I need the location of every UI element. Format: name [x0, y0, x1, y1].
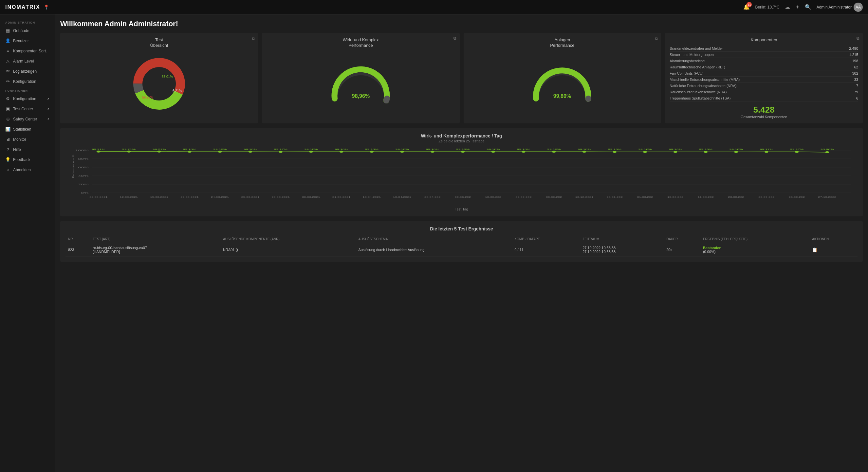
donut-green-label: 37,01%: [162, 75, 173, 78]
test-uebersicht-card: TestÜbersicht ⧉ 37,01% 6,21% 56,: [60, 33, 258, 123]
sidebar-item-alarm[interactable]: △ Alarm Level: [0, 56, 55, 66]
svg-text:26.03.2021: 26.03.2021: [272, 196, 290, 198]
svg-text:80%: 80%: [78, 157, 88, 160]
comp-val-2: 198: [852, 59, 858, 63]
donut-chart-container: 37,01% 6,21% 56,78%: [65, 51, 253, 117]
svg-text:99,18%: 99,18%: [456, 148, 470, 150]
comp-row-2: Alarmierungsbereiche 198: [670, 58, 858, 64]
logo: INOMATRIX: [5, 4, 40, 10]
notification-badge: 11: [746, 2, 752, 7]
comp-name-0: Brandmeldezentralen und Melder: [670, 46, 723, 51]
sidebar-label-abmelden: Abmelden: [13, 167, 31, 172]
svg-point-19: [218, 151, 222, 153]
col-dauer: DAUER: [664, 235, 700, 243]
svg-point-27: [461, 151, 465, 153]
comp-name-2: Alarmierungsbereiche: [670, 59, 705, 63]
action-icon[interactable]: 📋: [812, 247, 817, 252]
funktionen-section-label: FUNKTIONEN: [0, 86, 55, 94]
svg-point-22: [309, 151, 313, 153]
svg-point-30: [552, 151, 556, 153]
svg-text:26.01.202: 26.01.202: [607, 196, 623, 198]
svg-text:99,18%: 99,18%: [487, 148, 500, 150]
user-name: Admin Administrator: [816, 5, 851, 9]
notifications-button[interactable]: 🔔 11: [743, 4, 750, 10]
external-link-icon3[interactable]: ⧉: [655, 36, 658, 40]
main-content: Willkommen Admin Administrator! TestÜber…: [55, 14, 868, 472]
comp-row-0: Brandmeldezentralen und Melder 2.490: [670, 45, 858, 52]
cell-nr: 823: [65, 243, 90, 256]
testcenter-icon: ▣: [5, 106, 10, 111]
sidebar-item-feedback[interactable]: 💡 Feedback: [0, 155, 55, 165]
comp-row-5: Maschinelle Entrauchungsabschnitte (MRA)…: [670, 76, 858, 83]
svg-text:24.03.2021: 24.03.2021: [211, 196, 229, 198]
safety-icon: ⊕: [5, 117, 10, 121]
svg-text:02.03.2021: 02.03.2021: [89, 196, 108, 198]
cloud-icon: ☁: [785, 4, 790, 10]
cell-aktionen[interactable]: 📋: [809, 243, 858, 256]
sidebar-item-hilfe[interactable]: ? Hilfe: [0, 144, 55, 155]
svg-text:100%: 100%: [75, 149, 88, 152]
comp-name-4: Fan-Coil-Units (FCU): [670, 71, 703, 75]
components-list: Brandmeldezentralen und Melder 2.490 Ste…: [670, 45, 858, 101]
wirk-title: Wirk- und KomplexPerformance: [267, 37, 455, 49]
sidebar-label-statistiken: Statistiken: [13, 127, 31, 132]
table-row: 823 rc-bfs-eg-00-handauslösung-ea07[HAND…: [65, 243, 858, 256]
sidebar-label-hilfe: Hilfe: [13, 147, 21, 152]
svg-text:25.03.2021: 25.03.2021: [241, 196, 260, 198]
sidebar-item-safetycenter[interactable]: ⊕ Safety Center ∧: [0, 114, 55, 124]
svg-point-18: [188, 151, 191, 153]
sidebar-item-gebaeude[interactable]: ▦ Gebäude: [0, 26, 55, 36]
svg-point-38: [795, 151, 799, 153]
comp-val-1: 1.215: [849, 53, 858, 57]
sidebar-item-monitor[interactable]: 🖥 Monitor: [0, 134, 55, 144]
settings-icon[interactable]: ✦: [795, 4, 800, 10]
cell-dauer: 20s: [664, 243, 700, 256]
svg-text:40%: 40%: [78, 174, 88, 177]
svg-point-28: [491, 151, 495, 153]
comp-name-5: Maschinelle Entrauchungsabschnitte (MRA): [670, 77, 740, 82]
test-uebersicht-title: TestÜbersicht: [65, 37, 253, 49]
external-link-icon2[interactable]: ⧉: [454, 36, 457, 40]
sidebar-item-testcenter[interactable]: ▣ Test Center ∧: [0, 104, 55, 114]
svg-text:99,18%: 99,18%: [517, 148, 531, 150]
anlagen-value: 99,80%: [553, 93, 571, 99]
sidebar-item-komponenten[interactable]: ≡ Komponenten Sort.: [0, 46, 55, 56]
svg-text:15.03.2021: 15.03.2021: [150, 196, 168, 198]
svg-text:99,17%: 99,17%: [790, 148, 804, 150]
svg-point-25: [400, 151, 404, 153]
svg-text:99,18%: 99,18%: [578, 148, 591, 150]
comp-row-8: Treppenhaus Spüllüftabschnitte (TSA) 6: [670, 95, 858, 101]
search-icon[interactable]: 🔍: [805, 4, 811, 10]
svg-text:98,96%: 98,96%: [820, 148, 834, 150]
external-link-icon4[interactable]: ⧉: [857, 36, 860, 40]
svg-text:99,18%: 99,18%: [426, 148, 439, 150]
svg-text:99,18%: 99,18%: [547, 148, 561, 150]
comp-val-4: 302: [852, 71, 858, 75]
comp-val-8: 6: [856, 96, 858, 100]
svg-point-17: [157, 151, 161, 153]
sidebar-item-benutzer[interactable]: 👤 Benutzer: [0, 36, 55, 46]
sidebar-item-log[interactable]: 👁 Log anzeigen: [0, 66, 55, 76]
svg-point-16: [127, 151, 131, 153]
svg-text:23.09.202: 23.09.202: [758, 196, 774, 198]
list-icon: ≡: [5, 49, 10, 53]
col-nr: NR: [65, 235, 90, 243]
total-number: 5.428: [670, 105, 858, 115]
svg-point-32: [613, 151, 617, 153]
user-info: Admin Administrator AA: [816, 3, 863, 12]
feedback-icon: 💡: [5, 157, 10, 162]
sidebar-item-konfiguration[interactable]: ✏ Konfiguration: [0, 76, 55, 86]
svg-point-23: [340, 151, 343, 153]
anlagen-performance-card: AnlagenPerformance ⧉ 99,80%: [464, 33, 661, 123]
sidebar-item-statistiken[interactable]: 📊 Statistiken: [0, 124, 55, 134]
col-komponente: AUSLÖSENDE KOMPONENTE (ANR): [220, 235, 355, 243]
external-link-icon[interactable]: ⧉: [252, 36, 255, 40]
sidebar-label-feedback: Feedback: [13, 157, 30, 162]
chevron-up-icon3: ∧: [47, 117, 50, 121]
sidebar-item-abmelden[interactable]: ○ Abmelden: [0, 165, 55, 175]
svg-text:99,21%: 99,21%: [92, 148, 105, 150]
chevron-up-icon2: ∧: [47, 107, 50, 111]
user-icon: 👤: [5, 38, 10, 43]
sidebar-item-konfiguration2[interactable]: ⚙ Konfiguration ∧: [0, 94, 55, 104]
comp-name-6: Natürliche Entrauchungsabschnitte (NRA): [670, 84, 736, 88]
